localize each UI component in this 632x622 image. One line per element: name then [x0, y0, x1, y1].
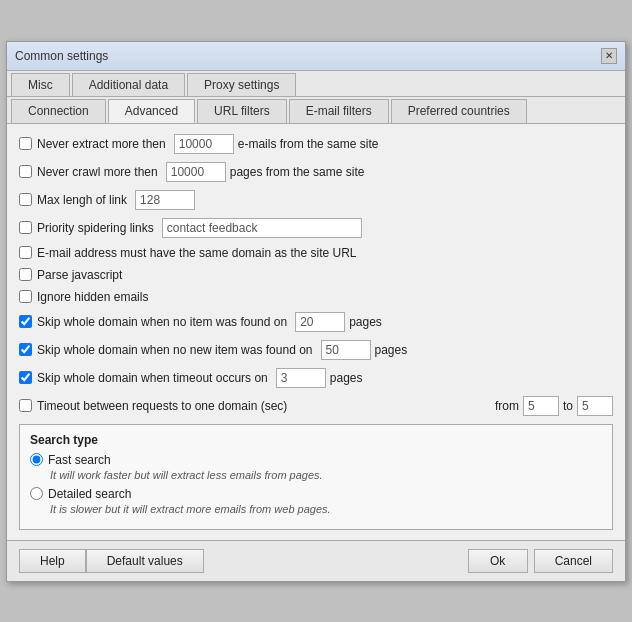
skip-timeout-suffix: pages [330, 371, 363, 385]
parse-js-row: Parse javascript [19, 268, 613, 282]
close-button[interactable]: ✕ [601, 48, 617, 64]
tab-connection[interactable]: Connection [11, 99, 106, 123]
help-button[interactable]: Help [19, 549, 86, 573]
tab-email-filters[interactable]: E-mail filters [289, 99, 389, 123]
tab-preferred-countries[interactable]: Preferred countries [391, 99, 527, 123]
priority-input[interactable] [162, 218, 362, 238]
skip-domain-checkbox[interactable] [19, 315, 32, 328]
priority-label[interactable]: Priority spidering links [19, 221, 154, 235]
never-extract-row: Never extract more then e-mails from the… [19, 134, 613, 154]
main-window: Common settings ✕ Misc Additional data P… [6, 41, 626, 582]
skip-timeout-input[interactable] [276, 368, 326, 388]
never-crawl-label[interactable]: Never crawl more then [19, 165, 158, 179]
tab-misc[interactable]: Misc [11, 73, 70, 96]
timeout-label[interactable]: Timeout between requests to one domain (… [19, 399, 287, 413]
footer: Help Default values Ok Cancel [7, 540, 625, 581]
tab-url-filters[interactable]: URL filters [197, 99, 287, 123]
tab-additional-data[interactable]: Additional data [72, 73, 185, 96]
settings-content: Never extract more then e-mails from the… [7, 124, 625, 540]
fast-search-desc: It will work faster but will extract les… [50, 469, 430, 481]
never-extract-input[interactable] [174, 134, 234, 154]
default-values-button[interactable]: Default values [86, 549, 204, 573]
tabs-row1: Misc Additional data Proxy settings [7, 71, 625, 97]
detailed-search-desc: It is slower but it will extract more em… [50, 503, 430, 515]
tab-proxy-settings[interactable]: Proxy settings [187, 73, 296, 96]
skip-new-checkbox[interactable] [19, 343, 32, 356]
from-label: from [495, 399, 519, 413]
priority-checkbox[interactable] [19, 221, 32, 234]
never-extract-label[interactable]: Never extract more then [19, 137, 166, 151]
to-label: to [563, 399, 573, 413]
ok-button[interactable]: Ok [468, 549, 528, 573]
ignore-hidden-checkbox[interactable] [19, 290, 32, 303]
never-extract-checkbox[interactable] [19, 137, 32, 150]
detailed-search-radio[interactable] [30, 487, 43, 500]
fast-search-label[interactable]: Fast search [30, 453, 602, 467]
skip-domain-input[interactable] [295, 312, 345, 332]
never-crawl-input[interactable] [166, 162, 226, 182]
never-crawl-row: Never crawl more then pages from the sam… [19, 162, 613, 182]
timeout-row: Timeout between requests to one domain (… [19, 396, 613, 416]
search-type-title: Search type [30, 433, 602, 447]
ignore-hidden-row: Ignore hidden emails [19, 290, 613, 304]
skip-new-input[interactable] [321, 340, 371, 360]
skip-timeout-checkbox[interactable] [19, 371, 32, 384]
email-domain-checkbox[interactable] [19, 246, 32, 259]
tab-advanced[interactable]: Advanced [108, 99, 195, 123]
detailed-search-option: Detailed search It is slower but it will… [30, 487, 602, 515]
fast-search-radio[interactable] [30, 453, 43, 466]
timeout-to-input[interactable] [577, 396, 613, 416]
priority-row: Priority spidering links [19, 218, 613, 238]
skip-domain-label[interactable]: Skip whole domain when no item was found… [19, 315, 287, 329]
never-extract-suffix: e-mails from the same site [238, 137, 379, 151]
skip-new-label[interactable]: Skip whole domain when no new item was f… [19, 343, 313, 357]
email-domain-row: E-mail address must have the same domain… [19, 246, 613, 260]
detailed-search-label[interactable]: Detailed search [30, 487, 602, 501]
tabs-row2: Connection Advanced URL filters E-mail f… [7, 97, 625, 124]
cancel-button[interactable]: Cancel [534, 549, 613, 573]
max-length-row: Max lengh of link [19, 190, 613, 210]
never-crawl-suffix: pages from the same site [230, 165, 365, 179]
window-title: Common settings [15, 49, 108, 63]
skip-new-suffix: pages [375, 343, 408, 357]
max-length-input[interactable] [135, 190, 195, 210]
skip-timeout-label[interactable]: Skip whole domain when timeout occurs on [19, 371, 268, 385]
timeout-checkbox[interactable] [19, 399, 32, 412]
email-domain-label[interactable]: E-mail address must have the same domain… [19, 246, 356, 260]
max-length-checkbox[interactable] [19, 193, 32, 206]
skip-domain-row: Skip whole domain when no item was found… [19, 312, 613, 332]
skip-timeout-row: Skip whole domain when timeout occurs on… [19, 368, 613, 388]
search-type-box: Search type Fast search It will work fas… [19, 424, 613, 530]
fast-search-option: Fast search It will work faster but will… [30, 453, 602, 481]
parse-js-label[interactable]: Parse javascript [19, 268, 122, 282]
never-crawl-checkbox[interactable] [19, 165, 32, 178]
skip-new-row: Skip whole domain when no new item was f… [19, 340, 613, 360]
max-length-label[interactable]: Max lengh of link [19, 193, 127, 207]
parse-js-checkbox[interactable] [19, 268, 32, 281]
ignore-hidden-label[interactable]: Ignore hidden emails [19, 290, 148, 304]
timeout-from-to: from to [495, 396, 613, 416]
title-bar: Common settings ✕ [7, 42, 625, 71]
skip-domain-suffix: pages [349, 315, 382, 329]
timeout-from-input[interactable] [523, 396, 559, 416]
